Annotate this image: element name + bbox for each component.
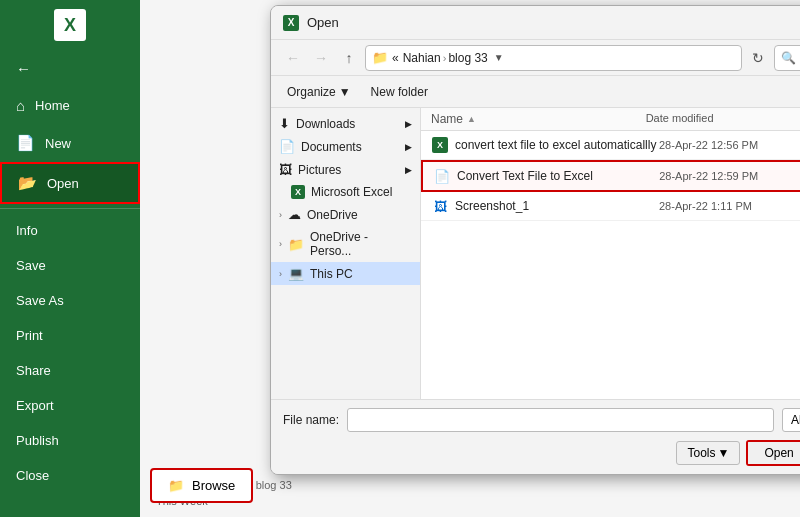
filetype-select[interactable]: All Files Excel Files Text Files All Fil… — [782, 408, 800, 432]
left-item-this-pc[interactable]: › 💻 This PC — [271, 262, 420, 285]
right-panel: Name ▲ Date modified Type X convert t — [421, 108, 800, 399]
sidebar-item-share[interactable]: Share — [0, 353, 140, 388]
filename-input[interactable] — [347, 408, 774, 432]
dialog-footer: File name: All Files Excel Files Text Fi… — [271, 399, 800, 474]
dialog-body: ⬇ Downloads ▶ 📄 Documents ▶ 🖼 Pictures ▶… — [271, 108, 800, 399]
left-item-excel[interactable]: X Microsoft Excel — [271, 181, 420, 203]
excel-icon: X — [291, 185, 305, 199]
sidebar-item-print[interactable]: Print — [0, 318, 140, 353]
downloads-icon: ⬇ — [279, 116, 290, 131]
new-icon: 📄 — [16, 134, 35, 152]
sidebar-item-label: New — [45, 136, 71, 151]
file-name: Convert Text File to Excel — [457, 169, 659, 183]
open-icon: 📂 — [18, 174, 37, 192]
onedrive-perso-icon: 📁 — [288, 237, 304, 252]
search-box[interactable]: 🔍 Search blog 33 — [774, 45, 800, 71]
sidebar-item-back[interactable]: ← — [0, 50, 140, 87]
app-logo: X — [0, 0, 140, 50]
sidebar-item-save[interactable]: Save — [0, 248, 140, 283]
document-icon: 📄 — [434, 169, 450, 184]
nav-refresh-button[interactable]: ↻ — [746, 46, 770, 70]
nav-forward-button[interactable]: → — [309, 46, 333, 70]
address-part1: « — [392, 51, 399, 65]
open-button[interactable]: Open — [748, 442, 800, 464]
file-date: 28-Apr-22 12:56 PM — [659, 139, 800, 151]
left-item-label: OneDrive — [307, 208, 358, 222]
file-row-screenshot[interactable]: 🖼 Screenshot_1 28-Apr-22 1:11 PM PNG Fil… — [421, 192, 800, 221]
excel-file-icon: X — [431, 136, 449, 154]
open-file-dialog: X Open ✕ ← → ↑ 📁 « Nahian › blog 33 ▼ — [270, 5, 800, 475]
tools-label: Tools — [687, 446, 715, 460]
browse-button[interactable]: 📁 Browse — [150, 468, 253, 503]
left-panel: ⬇ Downloads ▶ 📄 Documents ▶ 🖼 Pictures ▶… — [271, 108, 421, 399]
left-item-pictures[interactable]: 🖼 Pictures ▶ — [271, 158, 420, 181]
sidebar-item-label: Print — [16, 328, 43, 343]
txt-file-icon: 📄 — [433, 167, 451, 185]
sidebar: X ← ⌂ Home 📄 New 📂 Open Info Save Save A… — [0, 0, 140, 517]
image-icon: 🖼 — [434, 199, 447, 214]
sidebar-item-new[interactable]: 📄 New — [0, 124, 140, 162]
sidebar-item-label: Close — [16, 468, 49, 483]
pictures-icon: 🖼 — [279, 162, 292, 177]
sidebar-item-label: Home — [35, 98, 70, 113]
sidebar-item-export[interactable]: Export — [0, 388, 140, 423]
address-path: « Nahian › blog 33 — [392, 51, 488, 65]
dialog-titlebar: X Open ✕ — [271, 6, 800, 40]
organize-label: Organize — [287, 85, 336, 99]
left-item-downloads[interactable]: ⬇ Downloads ▶ — [271, 112, 420, 135]
onedrive-chevron-icon: › — [279, 210, 282, 220]
file-name: Screenshot_1 — [455, 199, 659, 213]
new-folder-button[interactable]: New folder — [363, 83, 436, 101]
back-icon: ← — [16, 60, 31, 77]
address-bar[interactable]: 📁 « Nahian › blog 33 ▼ — [365, 45, 742, 71]
left-item-label: Pictures — [298, 163, 341, 177]
onedrive-icon: ☁ — [288, 207, 301, 222]
nav-back-button[interactable]: ← — [281, 46, 305, 70]
footer-row2: Tools ▼ Open ▼ Cancel — [283, 440, 800, 466]
nav-up-button[interactable]: ↑ — [337, 46, 361, 70]
dialog-title-icon: X — [283, 15, 299, 31]
tools-button[interactable]: Tools ▼ — [676, 441, 740, 465]
open-button-group: Open ▼ — [746, 440, 800, 466]
footer-row1: File name: All Files Excel Files Text Fi… — [283, 408, 800, 432]
file-row-convert-txt[interactable]: 📄 Convert Text File to Excel 28-Apr-22 1… — [421, 160, 800, 192]
sidebar-item-publish[interactable]: Publish — [0, 423, 140, 458]
home-icon: ⌂ — [16, 97, 25, 114]
address-blog33: blog 33 — [448, 51, 487, 65]
column-name[interactable]: Name ▲ — [431, 112, 646, 126]
this-pc-icon: 💻 — [288, 266, 304, 281]
left-item-label: Documents — [301, 140, 362, 154]
file-row-convert-auto[interactable]: X convert text file to excel automatical… — [421, 131, 800, 160]
sidebar-item-label: Save As — [16, 293, 64, 308]
address-nahian: Nahian — [403, 51, 441, 65]
address-sep2: › — [443, 52, 447, 64]
sidebar-item-label: Publish — [16, 433, 59, 448]
address-dropdown-icon: ▼ — [494, 52, 504, 63]
file-date: 28-Apr-22 1:11 PM — [659, 200, 800, 212]
left-item-onedrive[interactable]: › ☁ OneDrive — [271, 203, 420, 226]
sidebar-item-info[interactable]: Info — [0, 213, 140, 248]
sidebar-item-home[interactable]: ⌂ Home — [0, 87, 140, 124]
file-name: convert text file to excel automaticalll… — [455, 138, 659, 152]
sidebar-item-label: Share — [16, 363, 51, 378]
filename-label: File name: — [283, 413, 339, 427]
search-icon: 🔍 — [781, 51, 796, 65]
organize-chevron-icon: ▼ — [339, 85, 351, 99]
organize-button[interactable]: Organize ▼ — [281, 83, 357, 101]
left-item-onedrive-perso[interactable]: › 📁 OneDrive - Perso... — [271, 226, 420, 262]
browse-folder-icon: 📁 — [168, 478, 184, 493]
tools-chevron-icon: ▼ — [717, 446, 729, 460]
documents-arrow-icon: ▶ — [405, 142, 412, 152]
sidebar-item-save-as[interactable]: Save As — [0, 283, 140, 318]
sidebar-item-open[interactable]: 📂 Open — [0, 162, 140, 204]
column-date-modified[interactable]: Date modified — [646, 112, 800, 126]
left-item-label: This PC — [310, 267, 353, 281]
left-item-documents[interactable]: 📄 Documents ▶ — [271, 135, 420, 158]
file-date: 28-Apr-22 12:59 PM — [659, 170, 800, 182]
dialog-title: Open — [307, 15, 800, 30]
sidebar-item-label: Open — [47, 176, 79, 191]
sort-icon: ▲ — [467, 114, 476, 124]
main-content: Desktop » Nahian » blog 33 This Week 📁 B… — [140, 0, 800, 517]
png-file-icon: 🖼 — [431, 197, 449, 215]
sidebar-item-close[interactable]: Close — [0, 458, 140, 493]
